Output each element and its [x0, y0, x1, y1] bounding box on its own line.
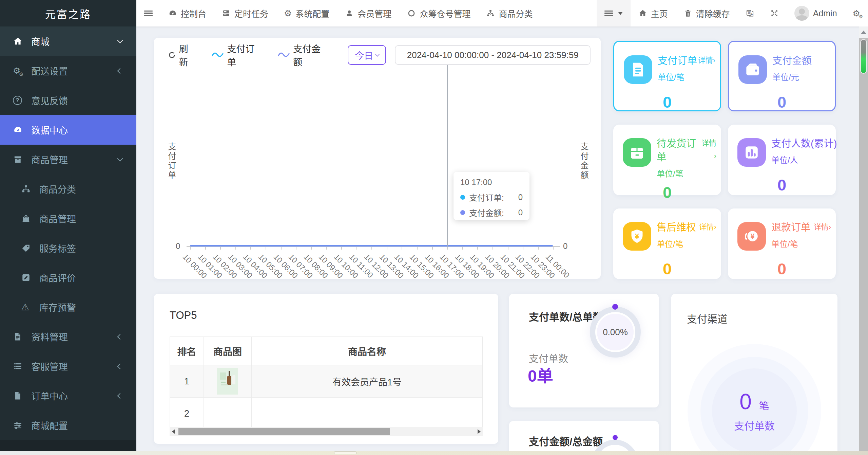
- cogs-icon: ⚙⚙: [13, 66, 28, 76]
- question-icon: ?: [13, 96, 28, 105]
- scroll-left-arrow[interactable]: [170, 427, 177, 436]
- nav-language[interactable]: 文A: [738, 0, 762, 26]
- nav-fullscreen[interactable]: [762, 0, 787, 26]
- pay-count-value: 0单: [528, 363, 553, 386]
- sidebar-item-客服管理[interactable]: 客服管理: [0, 351, 136, 381]
- detail-link[interactable]: 详情›: [814, 221, 831, 234]
- scroll-right-arrow[interactable]: [475, 427, 483, 436]
- sidebar-item-label: 商品分类: [39, 182, 76, 196]
- gauge-progress-dot: [612, 304, 618, 310]
- sidebar-item-商品评价[interactable]: 商品评价: [0, 263, 136, 292]
- date-range-input[interactable]: 2024-04-10 00:00:00 - 2024-04-10 23:59:5…: [395, 45, 591, 65]
- nav-item-label: 定时任务: [234, 7, 268, 19]
- channel-label: 支付单数: [734, 418, 775, 433]
- nav-goods-category[interactable]: 商品分类: [478, 0, 540, 26]
- nav-cron[interactable]: 定时任务: [214, 0, 276, 26]
- x-axis-tick: [477, 247, 478, 250]
- scrollbar-thumb[interactable]: [178, 428, 390, 435]
- scroll-up-arrow[interactable]: [859, 26, 868, 38]
- chartbars-icon: [737, 138, 766, 167]
- nav-settings[interactable]: ⚙⚙: [845, 0, 868, 26]
- warning-icon: ⚠: [21, 302, 37, 313]
- image-cell: [204, 365, 252, 398]
- sidebar-item-资料管理[interactable]: 资料管理: [0, 322, 136, 351]
- sidebar-item-商城配置[interactable]: 商城配置: [0, 411, 136, 440]
- sidebar-footer: [0, 440, 136, 452]
- nav-homepage[interactable]: 主页: [631, 0, 676, 26]
- legend-item-支付订单[interactable]: 支付订单: [211, 42, 263, 68]
- pay-channel-panel: 支付渠道 0 笔 支付单数: [671, 294, 837, 455]
- card-title: 退款订单: [771, 221, 811, 234]
- detail-link[interactable]: 详情›: [699, 221, 716, 234]
- column-header-商品名称: 商品名称: [252, 337, 483, 365]
- caret-down-icon: [618, 12, 623, 15]
- x-axis-tick: [326, 247, 327, 250]
- card-title: 售后维权: [657, 221, 696, 234]
- nav-item-label: 主页: [651, 7, 668, 19]
- vertical-scrollbar-thumb[interactable]: [860, 39, 867, 74]
- sidebar-item-商城[interactable]: 商城: [0, 26, 136, 56]
- svg-text:A: A: [751, 13, 753, 16]
- sidebar-item-数据中心[interactable]: 数据中心: [0, 115, 136, 145]
- chevron-left-icon: [117, 393, 123, 399]
- sidebar-item-商品管理[interactable]: 商品管理: [0, 145, 136, 174]
- nav-clear-cache[interactable]: 清除缓存: [676, 0, 738, 26]
- tooltip-series-label: 支付订单:: [469, 191, 504, 203]
- stat-card-待发货订单: 待发货订单详情 ›单位/笔0: [613, 125, 721, 195]
- sidebar-item-订单中心[interactable]: 订单中心: [0, 381, 136, 411]
- sidebar-item-商品分类[interactable]: 商品分类: [0, 174, 136, 204]
- column-header-商品图: 商品图: [204, 337, 252, 365]
- y-axis-title-left: 支付订单: [166, 142, 177, 180]
- series-line-zero: [190, 245, 553, 247]
- refresh-button[interactable]: 刷新: [168, 42, 197, 68]
- shieldyen-icon: ¥: [623, 222, 651, 251]
- pay-channel-bubble: 0 笔 支付单数: [712, 368, 797, 453]
- nav-user[interactable]: Admin: [787, 0, 845, 26]
- sidebar-item-label: 订单中心: [31, 389, 68, 402]
- sidebar-item-配送设置[interactable]: ⚙⚙配送设置: [0, 56, 136, 86]
- sidebar-item-label: 商城: [31, 35, 50, 48]
- card-title: 支付金额: [772, 54, 812, 68]
- nav-system-config[interactable]: ⚙系统配置: [276, 0, 337, 26]
- x-axis-tick: [266, 247, 266, 250]
- table-row[interactable]: 2: [170, 398, 483, 430]
- x-axis-tick: [387, 247, 387, 250]
- menu-toggle[interactable]: [136, 0, 160, 26]
- legend-item-支付金额[interactable]: 支付金额: [277, 42, 329, 68]
- detail-link[interactable]: 详情 ›: [699, 137, 716, 163]
- detail-link[interactable]: 详情›: [698, 54, 715, 67]
- card-value: 0: [613, 259, 721, 278]
- refresh-icon: [168, 51, 176, 59]
- brand-title: 元富之路: [0, 0, 136, 26]
- table-horizontal-scrollbar[interactable]: [170, 427, 483, 436]
- chevron-left-icon: [117, 334, 123, 340]
- horizontal-scrollbar-thumb[interactable]: [334, 451, 356, 454]
- sidebar-item-label: 配送设置: [31, 64, 68, 77]
- page-vertical-scrollbar[interactable]: [859, 26, 868, 452]
- stat-card-支付金额: 支付金额单位/元0: [728, 41, 836, 111]
- nav-members[interactable]: 会员管理: [337, 0, 399, 26]
- page-horizontal-scrollbar[interactable]: [0, 451, 868, 455]
- chevron-down-icon: [117, 156, 123, 161]
- tooltip-row: 支付金额:0: [460, 206, 523, 218]
- sidebar-item-库存预警[interactable]: ⚠库存预警: [0, 292, 136, 322]
- sidebar-item-商品管理[interactable]: 商品管理: [0, 204, 136, 233]
- card-value: 0: [614, 93, 720, 111]
- x-axis-tick: [296, 247, 296, 250]
- nav-crowdfund[interactable]: 众筹仓号管理: [399, 0, 478, 26]
- home-icon: [13, 36, 28, 46]
- table-row[interactable]: 1有效会员产品1号: [170, 365, 483, 398]
- top5-title: TOP5: [170, 309, 197, 322]
- sidebar-item-服务标签[interactable]: 服务标签: [0, 233, 136, 263]
- date-range-preset-button[interactable]: 今日: [348, 45, 386, 65]
- sidebar: 元富之路 商城⚙⚙配送设置?意见反馈数据中心商品管理商品分类商品管理服务标签商品…: [0, 0, 136, 455]
- nav-menu-dropdown[interactable]: [597, 0, 631, 26]
- tag-icon: [21, 243, 37, 253]
- sidebar-item-意见反馈[interactable]: ?意见反馈: [0, 86, 136, 115]
- nav-console[interactable]: 控制台: [160, 0, 214, 26]
- x-axis-tick: [371, 247, 372, 250]
- sitemap-icon: [486, 9, 495, 18]
- stat-card-支付人数(累计): 支付人数(累计)单位/人0: [728, 125, 836, 195]
- x-axis-tick: [462, 247, 463, 250]
- card-meta: 待发货订单详情 ›单位/笔: [657, 137, 716, 179]
